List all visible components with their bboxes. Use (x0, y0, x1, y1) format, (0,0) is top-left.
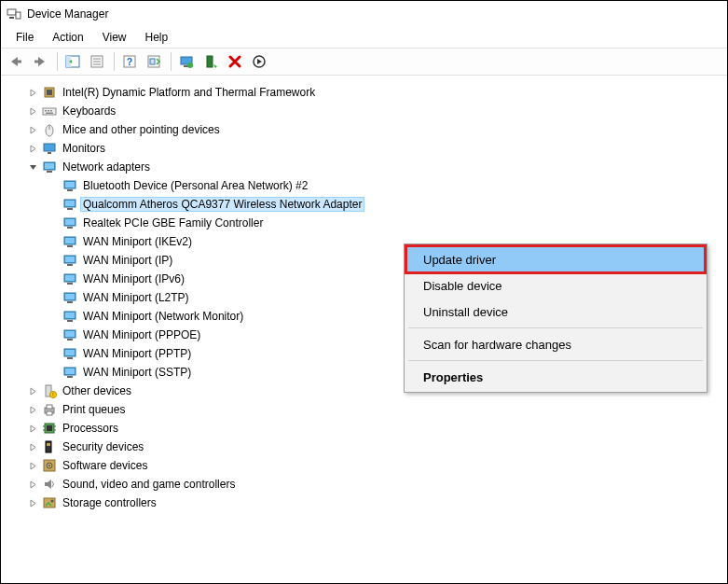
tree-expander-icon[interactable] (27, 479, 38, 490)
forward-button[interactable] (29, 50, 51, 73)
menu-action[interactable]: Action (43, 29, 92, 46)
menu-help[interactable]: Help (136, 29, 178, 46)
disable-device-button[interactable] (224, 50, 246, 73)
back-button[interactable] (5, 50, 27, 73)
tree-node-label: Sound, video and game controllers (61, 478, 237, 491)
tree-node[interactable]: Mice and other pointing devices (12, 120, 727, 139)
tree-node-label: Print queues (61, 403, 127, 416)
context-properties[interactable]: Properties (406, 364, 705, 390)
menubar: File Action View Help (1, 27, 727, 48)
tree-node[interactable]: Network adapters (12, 158, 727, 176)
tree-expander-icon[interactable] (27, 161, 38, 173)
svg-rect-72 (47, 411, 52, 415)
svg-rect-79 (46, 441, 51, 452)
menu-view[interactable]: View (93, 29, 136, 46)
tree-node[interactable]: Print queues (12, 400, 727, 419)
cpu-icon (42, 421, 57, 436)
svg-rect-25 (50, 110, 52, 112)
svg-rect-50 (67, 283, 73, 285)
tree-expander-icon[interactable] (27, 87, 38, 98)
tree-node[interactable]: Intel(R) Dynamic Platform and Thermal Fr… (12, 83, 727, 102)
svg-rect-63 (65, 350, 75, 355)
svg-rect-47 (67, 264, 73, 266)
tree-node[interactable]: Bluetooth Device (Personal Area Network)… (12, 176, 727, 195)
monitor-icon (42, 141, 57, 156)
tree-node-label: Network adapters (61, 160, 152, 174)
tree-expander-none (48, 199, 59, 210)
svg-rect-23 (45, 110, 47, 112)
svg-rect-45 (65, 238, 75, 243)
tree-node[interactable]: Storage controllers (12, 494, 727, 512)
svg-rect-54 (65, 294, 75, 299)
svg-rect-24 (48, 110, 49, 112)
svg-rect-1 (9, 17, 14, 19)
tree-expander-icon[interactable] (27, 105, 38, 117)
network-icon (62, 327, 77, 342)
svg-rect-36 (65, 182, 75, 188)
tree-node[interactable]: Realtek PCIe GBE Family Controller (12, 214, 727, 232)
tree-node-label: Intel(R) Dynamic Platform and Thermal Fr… (61, 86, 317, 99)
tree-expander-icon[interactable] (27, 143, 38, 154)
context-update-driver[interactable]: Update driver (406, 246, 705, 272)
tree-node[interactable]: Keyboards (12, 102, 727, 120)
tree-node-label: WAN Miniport (Network Monitor) (81, 310, 245, 323)
tree-expander-icon[interactable] (27, 385, 38, 396)
tree-node[interactable]: Security devices (12, 438, 727, 456)
svg-rect-74 (47, 425, 52, 431)
enable-device-button[interactable] (248, 50, 270, 73)
tree-node-label: WAN Miniport (IPv6) (81, 272, 186, 285)
uninstall-device-button[interactable] (199, 50, 222, 73)
tree-node[interactable]: Processors (12, 419, 727, 438)
app-icon (7, 7, 21, 21)
properties-button[interactable] (86, 50, 108, 73)
tree-node[interactable]: Monitors (12, 139, 727, 158)
svg-rect-57 (65, 313, 75, 318)
tree-node-label: WAN Miniport (PPPOE) (81, 328, 202, 341)
svg-point-83 (48, 465, 50, 466)
tree-expander-icon[interactable] (27, 497, 38, 508)
security-icon (42, 439, 57, 454)
tree-node-label: Realtek PCIe GBE Family Controller (81, 216, 265, 229)
network-icon (62, 216, 77, 230)
tree-expander-icon[interactable] (27, 124, 38, 135)
svg-rect-29 (44, 144, 55, 151)
tree-node[interactable]: Software devices (12, 456, 727, 475)
svg-rect-48 (65, 257, 75, 262)
svg-text:!: ! (52, 392, 53, 397)
tree-node-label: WAN Miniport (PPTP) (81, 347, 193, 360)
tree-expander-icon[interactable] (27, 423, 38, 434)
context-disable-device[interactable]: Disable device (406, 272, 705, 299)
toolbar-separator (114, 52, 115, 71)
tree-node-label: Processors (61, 422, 120, 435)
svg-rect-38 (67, 208, 73, 210)
network-icon (62, 253, 77, 268)
tree-expander-icon[interactable] (27, 460, 38, 471)
help-button[interactable]: ? (118, 50, 141, 73)
tree-expander-icon[interactable] (27, 404, 38, 415)
update-driver-button[interactable] (175, 50, 198, 73)
storage-icon (42, 495, 57, 510)
software-icon (42, 458, 57, 473)
context-scan-hardware[interactable]: Scan for hardware changes (406, 331, 705, 357)
tree-node[interactable]: Qualcomm Atheros QCA9377 Wireless Networ… (12, 195, 727, 214)
tree-node[interactable]: Sound, video and game controllers (12, 475, 727, 494)
chip-icon (42, 85, 57, 100)
tree-node-label: Monitors (61, 142, 107, 155)
tree-expander-icon[interactable] (27, 441, 38, 452)
show-hide-tree-button[interactable] (62, 50, 84, 73)
svg-rect-39 (65, 201, 75, 206)
menu-file[interactable]: File (7, 29, 43, 46)
network-icon (62, 234, 77, 249)
tree-expander-none (48, 236, 59, 247)
titlebar: Device Manager (1, 1, 727, 27)
tree-node-label: WAN Miniport (SSTP) (81, 366, 193, 379)
toolbar-separator (57, 52, 58, 71)
svg-text:?: ? (127, 57, 132, 67)
svg-rect-44 (67, 245, 73, 247)
context-uninstall-device[interactable]: Uninstall device (406, 299, 705, 325)
printer-icon (42, 402, 57, 417)
svg-rect-59 (67, 339, 73, 341)
scan-button[interactable] (143, 50, 165, 73)
svg-rect-62 (67, 357, 73, 359)
svg-rect-4 (34, 61, 39, 63)
